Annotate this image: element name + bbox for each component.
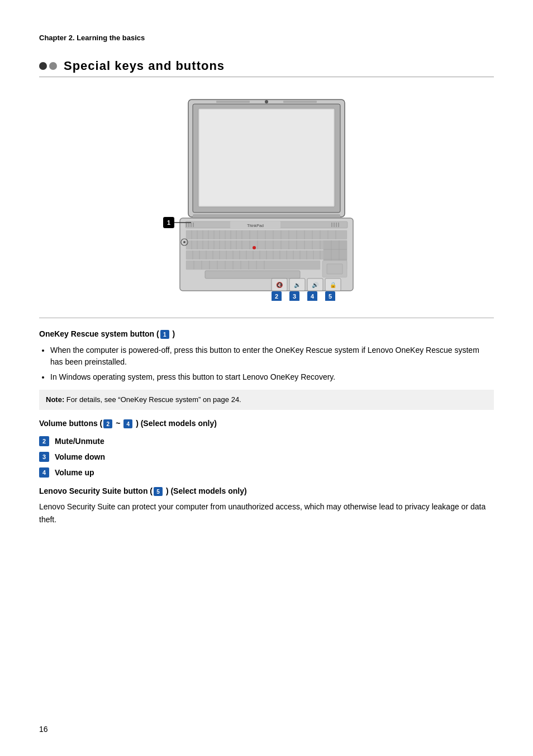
note-box: Note: For details, see “OneKey Rescue sy… (39, 390, 494, 410)
svg-text:🔉: 🔉 (294, 281, 301, 289)
svg-rect-89 (186, 261, 320, 270)
svg-rect-7 (283, 101, 317, 103)
svg-rect-6 (216, 101, 250, 103)
volume-item-up: 4 Volume up (39, 467, 494, 478)
laptop-diagram: ThinkPad (39, 94, 494, 301)
svg-rect-107 (327, 264, 342, 274)
svg-rect-43 (186, 240, 347, 249)
security-text: Lenovo Security Suite can protect your c… (39, 500, 494, 526)
svg-point-5 (265, 100, 268, 103)
badge-2: 2 (39, 436, 49, 446)
svg-rect-18 (336, 223, 337, 227)
svg-rect-13 (188, 223, 189, 227)
volume-down-label: Volume down (55, 452, 105, 461)
svg-text:3: 3 (293, 293, 296, 300)
dot-icon-dark (39, 62, 47, 70)
section-divider (39, 318, 494, 318)
section-title-row: Special keys and buttons (39, 59, 494, 77)
svg-rect-14 (191, 223, 192, 227)
chapter-heading: Chapter 2. Learning the basics (39, 34, 494, 42)
volume-heading: Volume buttons (2 ~ 4 ) (Select models o… (39, 419, 494, 428)
volume-up-label: Volume up (55, 468, 94, 477)
note-label: Note: (46, 395, 64, 404)
badge-4: 4 (39, 467, 49, 478)
svg-rect-16 (331, 223, 332, 227)
badge-4-inline: 4 (123, 419, 132, 428)
onekey-bullet-2: In Windows operating system, press this … (50, 371, 494, 383)
svg-rect-3 (199, 110, 334, 206)
svg-text:4: 4 (311, 293, 315, 300)
svg-point-113 (183, 241, 185, 243)
onekey-bullet-1: When the computer is powered-off, press … (50, 344, 494, 368)
volume-item-down: 3 Volume down (39, 452, 494, 462)
badge-5-inline: 5 (154, 487, 163, 496)
note-content: For details, see “OneKey Rescue system” … (66, 395, 241, 404)
volume-item-mute: 2 Mute/Unmute (39, 436, 494, 446)
section-icons (39, 62, 57, 70)
badge-2-inline: 2 (103, 419, 112, 428)
onekey-bullet-list: When the computer is powered-off, press … (50, 344, 494, 383)
svg-rect-17 (334, 223, 335, 227)
badge-1: 1 (160, 330, 169, 339)
svg-rect-20 (186, 230, 347, 239)
svg-text:🔊: 🔊 (312, 281, 319, 289)
dot-icon-medium (49, 62, 57, 70)
badge-3: 3 (39, 452, 49, 462)
security-heading: Lenovo Security Suite button (5 ) (Selec… (39, 486, 494, 496)
svg-text:🔒: 🔒 (330, 281, 337, 289)
laptop-svg: ThinkPad (132, 94, 401, 301)
onekey-heading: OneKey Rescue system button (1 ) (39, 329, 494, 339)
page-number: 16 (39, 725, 48, 734)
svg-text:2: 2 (275, 293, 278, 300)
svg-rect-19 (338, 223, 339, 227)
svg-text:1: 1 (167, 219, 170, 226)
mute-label: Mute/Unmute (55, 437, 104, 446)
svg-rect-105 (205, 271, 300, 278)
svg-text:ThinkPad: ThinkPad (247, 224, 264, 228)
section-title: Special keys and buttons (64, 59, 225, 73)
svg-text:5: 5 (329, 293, 332, 300)
svg-text:🔇: 🔇 (276, 281, 283, 289)
svg-point-108 (253, 246, 256, 249)
svg-rect-12 (186, 223, 187, 227)
svg-rect-15 (193, 223, 194, 227)
